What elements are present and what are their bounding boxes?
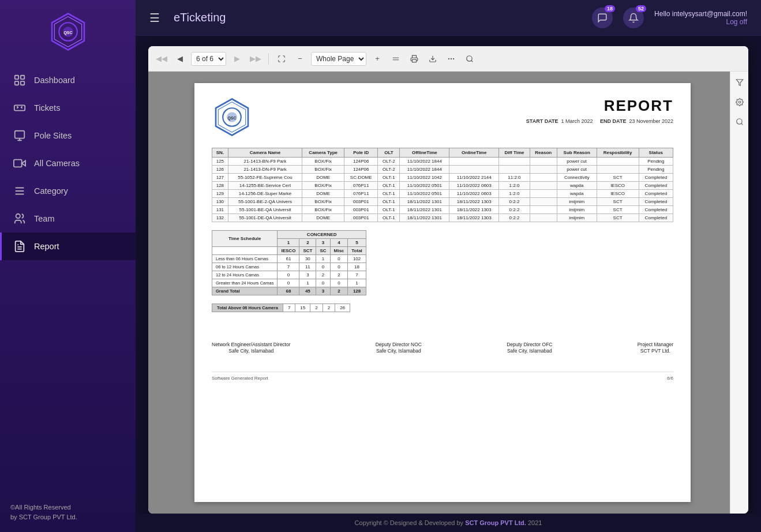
table-row: 12621-1413-DN-F9 ParkBOX/Fix124P06OLT-21… [212, 166, 673, 174]
copyright-company: SCT Group PVT Ltd. [465, 519, 526, 526]
report-title: REPORT [526, 97, 673, 115]
col-diff-time: Diff Time [499, 148, 530, 158]
sidebar-item-pole-sites[interactable]: Pole Sites [0, 122, 136, 149]
category-icon [13, 185, 26, 197]
summary-row: Less than 06 Hours Camas613010102 [212, 255, 366, 263]
panel-search-button[interactable] [733, 115, 746, 128]
toolbar-divider-1 [268, 53, 269, 65]
col-offline-time: OfflineTime [400, 148, 449, 158]
table-row: 13255-1001-DE-QA UniversitDOME003P01OLT-… [212, 214, 673, 222]
cameras-icon [13, 157, 26, 170]
start-date-label: START DATE [526, 118, 558, 124]
sidebar-item-all-cameras-label: All Cameras [34, 159, 80, 168]
hamburger-button[interactable]: ☰ [149, 11, 160, 25]
signature-block: Project ManagerSCT PVT Ltd. [638, 341, 673, 354]
copyright-year: 2021 [528, 519, 542, 526]
table-row: 13155-1001-BE-QA UniversitBOX/Fix003P01O… [212, 206, 673, 214]
page-selector[interactable]: 6 of 6 [191, 52, 226, 66]
sidebar-footer-line1: ©All Rights Reserved [10, 503, 125, 513]
prev-page-button[interactable]: ◀ [173, 51, 188, 66]
tickets-icon [13, 102, 26, 114]
col-reason: Reason [530, 148, 557, 158]
svg-rect-5 [15, 76, 18, 79]
report-main-table: SN. Camera Name Camera Type Pole ID OLT … [212, 148, 673, 222]
col-sn: SN. [212, 148, 228, 158]
sidebar-footer: ©All Rights Reserved by SCT Group PVT Lt… [0, 493, 136, 532]
report-title-section: REPORT START DATE 1 March 2022 END DATE … [526, 97, 673, 124]
table-row: 13055-1001-BE-2-QA UniversBOX/Fix003P01O… [212, 198, 673, 206]
report-toolbar: ◀◀ ◀ 6 of 6 ▶ ▶▶ − Whole Page 50% 75% [148, 46, 748, 72]
messages-button[interactable]: 18 [592, 8, 613, 28]
app-logo: QSC [48, 12, 88, 52]
svg-point-17 [453, 58, 454, 59]
summary-section: Time ScheduleCONCERNED12345IESCOSCTSCMis… [212, 230, 673, 295]
col-olt: OLT [378, 148, 400, 158]
sidebar-item-report-label: Report [34, 242, 59, 251]
sidebar-item-all-cameras[interactable]: All Cameras [0, 149, 136, 177]
messages-count: 18 [605, 5, 615, 12]
svg-rect-7 [15, 81, 18, 85]
svg-line-20 [471, 60, 473, 62]
header: ☰ eTicketing 18 52 Hello i [136, 0, 761, 36]
export-button[interactable] [425, 51, 440, 66]
report-page: QSC REPORT START DATE 1 March 2022 END D… [194, 83, 691, 502]
dashboard-icon [13, 74, 26, 87]
sidebar-item-report[interactable]: Report [0, 233, 136, 260]
svg-rect-10 [14, 160, 22, 167]
sidebar-item-category[interactable]: Category [0, 177, 136, 205]
last-page-button[interactable]: ▶▶ [248, 51, 263, 66]
col-status: Status [639, 148, 673, 158]
header-right: 18 52 Hello intelysysart@gmail.com! Log … [592, 8, 747, 28]
signature-block: Network Engineer/Assistant DirectorSafe … [212, 341, 291, 354]
notifications-count: 52 [636, 5, 646, 12]
print-button[interactable] [407, 51, 422, 66]
panel-settings-button[interactable] [733, 96, 746, 108]
notifications-button[interactable]: 52 [623, 8, 644, 28]
right-panel [730, 72, 748, 514]
start-date-value: 1 March 2022 [561, 118, 593, 124]
fit-button[interactable] [274, 51, 289, 66]
sidebar-item-team[interactable]: Team [0, 205, 136, 233]
more-button[interactable] [444, 51, 459, 66]
search-button[interactable] [462, 51, 477, 66]
copyright-text: Copyright © Designed & Developed by [355, 519, 464, 526]
main-area: ☰ eTicketing 18 52 Hello i [136, 0, 761, 532]
user-email: Hello intelysysart@gmail.com! [654, 10, 747, 18]
svg-point-11 [16, 214, 20, 218]
svg-point-27 [738, 101, 741, 103]
table-row: 12814-1255-BE-Service CertBOX/Fix076P11O… [212, 182, 673, 190]
end-date-value: 23 November 2022 [629, 118, 673, 124]
sidebar-item-tickets[interactable]: Tickets [0, 94, 136, 122]
sidebar-item-dashboard-label: Dashboard [34, 76, 75, 85]
next-page-button[interactable]: ▶ [230, 51, 245, 66]
sidebar-item-category-label: Category [34, 186, 68, 196]
panel-filter-button[interactable] [733, 76, 746, 89]
svg-rect-14 [413, 59, 417, 62]
report-page-header: QSC REPORT START DATE 1 March 2022 END D… [212, 97, 673, 137]
above-table: Total Above 06 Hours Camera7152226 [212, 304, 350, 312]
signature-block: Deputy Director OFCSafe City, Islamabad [507, 341, 552, 354]
header-title: eTicketing [174, 11, 583, 24]
svg-text:QSC: QSC [63, 31, 72, 35]
zoom-in-button[interactable]: + [370, 51, 385, 66]
svg-rect-9 [15, 131, 25, 138]
copyright-bar: Copyright © Designed & Developed by SCT … [136, 514, 761, 532]
sidebar-item-team-label: Team [34, 214, 54, 223]
time-schedule-header: Time Schedule [212, 231, 278, 247]
svg-text:QSC: QSC [227, 116, 236, 121]
sidebar-item-tickets-label: Tickets [34, 103, 60, 113]
zoom-selector[interactable]: Whole Page 50% 75% 100% 125% 150% [311, 52, 366, 66]
svg-point-16 [451, 58, 451, 59]
report-scroll-area[interactable]: QSC REPORT START DATE 1 March 2022 END D… [148, 72, 748, 514]
zoom-out-button[interactable]: − [293, 51, 308, 66]
logout-link[interactable]: Log off [726, 18, 747, 26]
sidebar-item-dashboard[interactable]: Dashboard [0, 66, 136, 94]
header-user: Hello intelysysart@gmail.com! Log off [654, 10, 747, 26]
report-footer: Software Generated Report 6/6 [212, 372, 673, 381]
first-page-button[interactable]: ◀◀ [154, 51, 169, 66]
col-camera-type: Camera Type [302, 148, 344, 158]
signatures-section: Network Engineer/Assistant DirectorSafe … [212, 341, 673, 354]
col-camera-name: Camera Name [228, 148, 302, 158]
width-button[interactable] [388, 51, 403, 66]
summary-row: 12 to 24 Hours Camas03227 [212, 271, 366, 279]
